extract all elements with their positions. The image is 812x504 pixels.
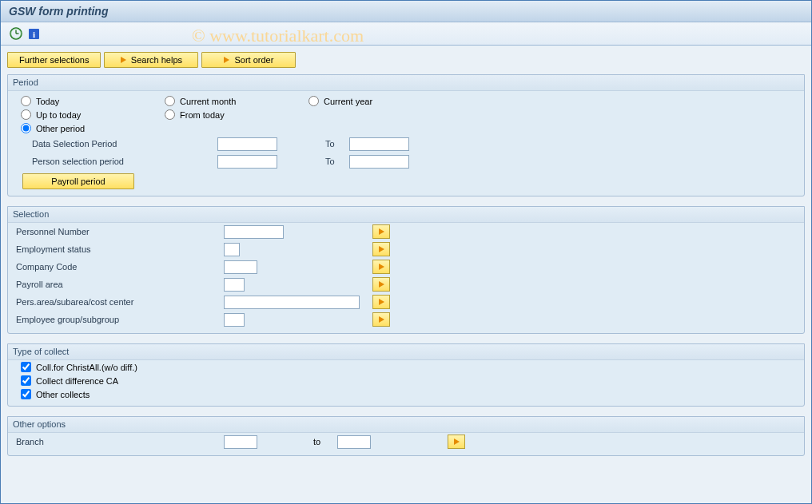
payroll-area-input[interactable] xyxy=(224,278,245,292)
company-code-label: Company Code xyxy=(16,262,224,272)
person-selection-period-from-input[interactable] xyxy=(217,155,277,169)
radio-current-month[interactable]: Current month xyxy=(165,96,261,106)
branch-multi-button[interactable] xyxy=(448,435,465,449)
employment-status-multi-button[interactable] xyxy=(372,242,390,256)
further-selections-label: Further selections xyxy=(19,55,89,65)
radio-current-month-label: Current month xyxy=(180,97,236,106)
arrow-right-icon xyxy=(379,228,384,235)
radio-up-to-today[interactable]: Up to today xyxy=(21,109,117,120)
branch-label: Branch xyxy=(16,437,224,446)
radio-up-to-today-input[interactable] xyxy=(21,109,31,120)
search-helps-button[interactable]: Search helps xyxy=(104,52,198,68)
collect-christall-label: Coll.for ChristAll.(w/o diff.) xyxy=(36,363,137,372)
radio-current-year-label: Current year xyxy=(324,97,372,106)
other-options-group: Other options Branch to xyxy=(7,416,805,456)
radio-from-today-input[interactable] xyxy=(165,109,175,120)
radio-other-period-label: Other period xyxy=(36,124,85,133)
arrow-right-icon xyxy=(379,299,384,305)
selection-group: Selection Personnel Number Employment st… xyxy=(7,206,805,334)
collect-christall-checkbox[interactable] xyxy=(21,362,31,372)
radio-from-today-label: From today xyxy=(180,110,225,120)
collect-difference[interactable]: Collect difference CA xyxy=(8,374,804,387)
app-toolbar: i xyxy=(1,22,811,46)
collect-legend: Type of collect xyxy=(8,344,804,360)
selection-legend: Selection xyxy=(8,207,804,223)
arrow-right-icon xyxy=(379,281,384,288)
branch-from-input[interactable] xyxy=(224,435,257,449)
company-code-input[interactable] xyxy=(224,260,257,274)
person-selection-period-label: Person selection period xyxy=(32,157,217,166)
radio-today[interactable]: Today xyxy=(21,96,117,106)
payroll-period-label: Payroll period xyxy=(51,177,105,186)
radio-other-period-input[interactable] xyxy=(21,123,31,133)
radio-today-input[interactable] xyxy=(21,96,31,106)
personnel-number-input[interactable] xyxy=(224,225,284,239)
employment-status-input[interactable] xyxy=(224,243,240,256)
branch-to-label: to xyxy=(313,437,337,446)
collect-group: Type of collect Coll.for ChristAll.(w/o … xyxy=(7,343,805,407)
data-selection-period-from-input[interactable] xyxy=(217,137,277,151)
org-unit-multi-button[interactable] xyxy=(372,295,390,309)
period-group: Period Today Current month Current year xyxy=(7,74,805,196)
radio-up-to-today-label: Up to today xyxy=(36,110,81,120)
personnel-number-label: Personnel Number xyxy=(16,227,224,236)
arrow-right-icon xyxy=(224,57,229,63)
person-sel-to-label: To xyxy=(325,157,349,166)
payroll-area-label: Payroll area xyxy=(16,280,224,289)
data-selection-period-label: Data Selection Period xyxy=(32,139,217,149)
collect-christall[interactable]: Coll.for ChristAll.(w/o diff.) xyxy=(8,360,804,374)
collect-difference-checkbox[interactable] xyxy=(21,375,31,386)
radio-current-year-input[interactable] xyxy=(308,96,319,106)
execute-icon[interactable] xyxy=(9,26,23,41)
info-icon[interactable]: i xyxy=(26,26,41,41)
collect-difference-label: Collect difference CA xyxy=(36,376,118,386)
employee-group-input[interactable] xyxy=(224,313,245,327)
payroll-area-multi-button[interactable] xyxy=(372,277,390,292)
personnel-number-multi-button[interactable] xyxy=(372,224,390,239)
employment-status-label: Employment status xyxy=(16,244,224,254)
collect-other-checkbox[interactable] xyxy=(21,389,31,399)
org-unit-input[interactable] xyxy=(224,296,360,309)
page-title: GSW form printing xyxy=(1,1,811,22)
company-code-multi-button[interactable] xyxy=(372,260,390,274)
employee-group-label: Employee group/subgroup xyxy=(16,315,224,324)
radio-from-today[interactable]: From today xyxy=(165,109,261,120)
sort-order-label: Sort order xyxy=(234,55,273,65)
radio-current-year[interactable]: Current year xyxy=(308,96,404,106)
employee-group-multi-button[interactable] xyxy=(372,312,390,327)
arrow-right-icon xyxy=(379,316,384,323)
period-legend: Period xyxy=(8,75,804,91)
sort-order-button[interactable]: Sort order xyxy=(201,52,296,68)
radio-current-month-input[interactable] xyxy=(165,96,175,106)
further-selections-button[interactable]: Further selections xyxy=(7,52,101,68)
radio-other-period[interactable]: Other period xyxy=(21,123,117,133)
collect-other[interactable]: Other collects xyxy=(8,387,804,401)
radio-today-label: Today xyxy=(36,97,59,106)
arrow-right-icon xyxy=(454,439,460,445)
collect-other-label: Other collects xyxy=(36,390,90,399)
arrow-right-icon xyxy=(121,57,126,63)
person-selection-period-to-input[interactable] xyxy=(349,155,409,169)
other-options-legend: Other options xyxy=(8,417,804,433)
branch-to-input[interactable] xyxy=(337,435,371,449)
payroll-period-button[interactable]: Payroll period xyxy=(22,173,134,189)
arrow-right-icon xyxy=(379,246,384,252)
svg-text:i: i xyxy=(32,30,34,39)
content-area: Further selections Search helps Sort ord… xyxy=(1,46,811,503)
selection-buttons-row: Further selections Search helps Sort ord… xyxy=(7,52,805,68)
arrow-right-icon xyxy=(379,264,384,270)
data-sel-to-label: To xyxy=(325,139,349,149)
search-helps-label: Search helps xyxy=(131,55,182,65)
data-selection-period-to-input[interactable] xyxy=(349,137,409,151)
org-unit-label: Pers.area/subarea/cost center xyxy=(16,297,224,307)
